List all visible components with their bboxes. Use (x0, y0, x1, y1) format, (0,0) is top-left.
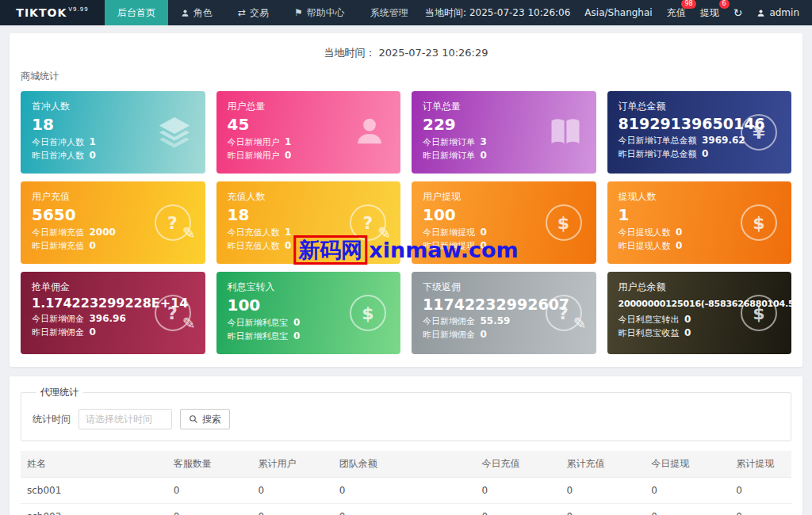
table-row[interactable]: scb0010000000 (21, 478, 791, 504)
stat-card-user-recharge: 用户充值5650今日新增充值 2000昨日新增充值 0?✎ (21, 181, 205, 264)
watermark-boxed-text: 新码网 (293, 235, 367, 265)
card-title: 用户提现 (423, 190, 585, 204)
card-stat-line: 昨日首冲人数 0 (32, 150, 194, 162)
nav-item-label: 帮助中心 (307, 6, 345, 20)
table-cell: 0 (560, 504, 645, 515)
card-title: 充值人数 (228, 190, 390, 204)
search-icon (189, 414, 198, 424)
app-logo-text: TIKTOK (16, 6, 67, 19)
table-cell: 0 (560, 478, 645, 504)
table-cell: 0 (252, 504, 333, 515)
search-button-label: 搜索 (202, 413, 221, 426)
card-stat-line: 昨日新增订单 0 (423, 150, 585, 162)
agent-stats-fieldset: 代理统计 统计时间 搜索 (21, 386, 791, 441)
layers-icon (158, 115, 191, 151)
stat-card-total-users: 用户总量45今日新增用户 1昨日新增用户 0 (216, 91, 401, 174)
table-row[interactable]: scb0020000000 (21, 504, 791, 515)
navbar-right: 当地时间: 2025-07-23 10:26:06 Asia/Shanghai … (425, 0, 812, 25)
admin-menu[interactable]: admin (756, 7, 799, 18)
stats-time-input[interactable] (79, 409, 172, 429)
card-stat-line: 昨日提现人数 0 (619, 240, 781, 252)
column-header: 今日充值 (475, 451, 560, 478)
card-title: 订单总金额 (619, 100, 781, 113)
card-title: 首冲人数 (32, 100, 194, 113)
admin-username: admin (769, 7, 799, 18)
card-stat-line: 昨日新增用户 0 (228, 150, 390, 162)
card-title: 用户充值 (32, 190, 194, 204)
stat-card-sub-commission: 下级返佣11742232992607今日新增佣金 55.59昨日新增佣金 0?✎ (412, 272, 596, 354)
card-title: 用户总余额 (619, 280, 781, 294)
dollar-icon: $ (741, 204, 777, 241)
table-cell: 0 (252, 478, 333, 504)
stat-card-interest-transfer-in: 利息宝转入100今日新增利息宝 0昨日新增利息宝 0$ (216, 272, 401, 354)
card-title: 订单总量 (423, 100, 585, 113)
dollar-icon: $ (546, 204, 582, 241)
stat-card-order-total-amount: 订单总金额81929139650146今日新增订单总金额 3969.62昨日新增… (607, 91, 792, 174)
nav-item-system[interactable]: 系统管理 (358, 0, 421, 25)
top-navbar: TIKTOKV9.99 后台首页角色⇄交易⚑帮助中心系统管理 当地时间: 202… (0, 0, 812, 25)
dollar-icon: $ (741, 295, 777, 331)
table-cell: 0 (333, 478, 476, 504)
nav-item-label: 系统管理 (370, 6, 408, 20)
nav-item-label: 交易 (250, 6, 269, 20)
panel-time-label: 当地时间： (324, 47, 375, 59)
column-header: 累计提现 (730, 451, 791, 478)
recharge-nav[interactable]: 充值 98 (667, 6, 686, 20)
stat-card-total-orders: 订单总量229今日新增订单 3昨日新增订单 0 (412, 91, 596, 174)
card-title: 下级返佣 (423, 280, 585, 294)
table-cell: scb002 (21, 504, 167, 515)
stat-card-first-recharge-users: 首冲人数18今日首冲人数 1昨日首冲人数 0 (21, 91, 205, 174)
nav-item-trade[interactable]: ⇄交易 (225, 0, 282, 25)
stats-panel: 当地时间：2025-07-23 10:26:29 商城统计 首冲人数18今日首冲… (10, 33, 802, 367)
table-cell: 0 (167, 478, 252, 504)
navbar-timezone: Asia/Shanghai (584, 7, 652, 18)
app-logo[interactable]: TIKTOKV9.99 (0, 0, 105, 25)
table-cell: scb001 (21, 478, 167, 504)
agent-panel: 代理统计 统计时间 搜索 姓名客服数量累计用户团队余额今日充值累计充值今日提现累… (10, 376, 802, 515)
column-header: 姓名 (21, 451, 167, 478)
main-nav: 后台首页角色⇄交易⚑帮助中心系统管理 (105, 0, 421, 25)
stat-card-order-commission: 抢单佣金1.174223299228E+14今日新增佣金 396.96昨日新增佣… (21, 272, 205, 354)
yen-icon: ¥ (741, 114, 777, 151)
card-stat-line: 昨日新增充值 0 (32, 240, 194, 252)
navbar-local-time: 当地时间: 2025-07-23 10:26:06 (425, 6, 570, 20)
card-title: 提现人数 (619, 190, 781, 204)
stats-time-label: 统计时间 (33, 413, 71, 426)
panel-local-time: 当地时间：2025-07-23 10:26:29 (21, 40, 791, 68)
edit-icon: ?✎ (155, 204, 191, 241)
table-cell: 0 (645, 504, 730, 515)
edit-icon: ?✎ (155, 295, 191, 331)
card-title: 抢单佣金 (32, 280, 194, 294)
table-cell: 0 (730, 478, 791, 504)
app-version: V9.99 (68, 6, 88, 13)
search-button[interactable]: 搜索 (180, 409, 230, 429)
flag-icon: ⚑ (294, 8, 303, 17)
nav-item-home[interactable]: 后台首页 (105, 0, 168, 25)
column-header: 团队余额 (333, 451, 476, 478)
withdraw-nav[interactable]: 提现 6 (700, 6, 719, 20)
withdraw-nav-label: 提现 (700, 7, 719, 18)
table-cell: 0 (333, 504, 476, 515)
user-icon (756, 9, 765, 17)
table-cell: 0 (645, 478, 730, 504)
nav-item-help[interactable]: ⚑帮助中心 (282, 0, 358, 25)
card-title: 用户总量 (228, 100, 390, 113)
nav-item-label: 后台首页 (117, 6, 155, 20)
refresh-icon[interactable]: ↻ (733, 7, 743, 18)
watermark-url-text: xinmaw.com (369, 238, 518, 262)
user-icon (353, 115, 386, 151)
table-header-row: 姓名客服数量累计用户团队余额今日充值累计充值今日提现累计提现 (21, 451, 791, 478)
book-icon (549, 115, 582, 151)
stat-card-user-total-balance: 用户总余额20000000125016(-8583626880104.5)今日利… (607, 272, 792, 354)
user-icon (181, 9, 190, 17)
agent-stats-title: 代理统计 (36, 386, 83, 399)
column-header: 今日提现 (645, 451, 730, 478)
nav-item-label: 角色 (193, 6, 213, 20)
card-stat-line: 昨日新增利息宝 0 (228, 330, 390, 342)
panel-time-value: 2025-07-23 10:26:29 (378, 47, 488, 59)
dollar-icon: $ (350, 295, 386, 331)
column-header: 累计充值 (560, 451, 645, 478)
column-header: 客服数量 (167, 451, 252, 478)
exchange-icon: ⇄ (238, 8, 246, 17)
nav-item-roles[interactable]: 角色 (168, 0, 225, 25)
